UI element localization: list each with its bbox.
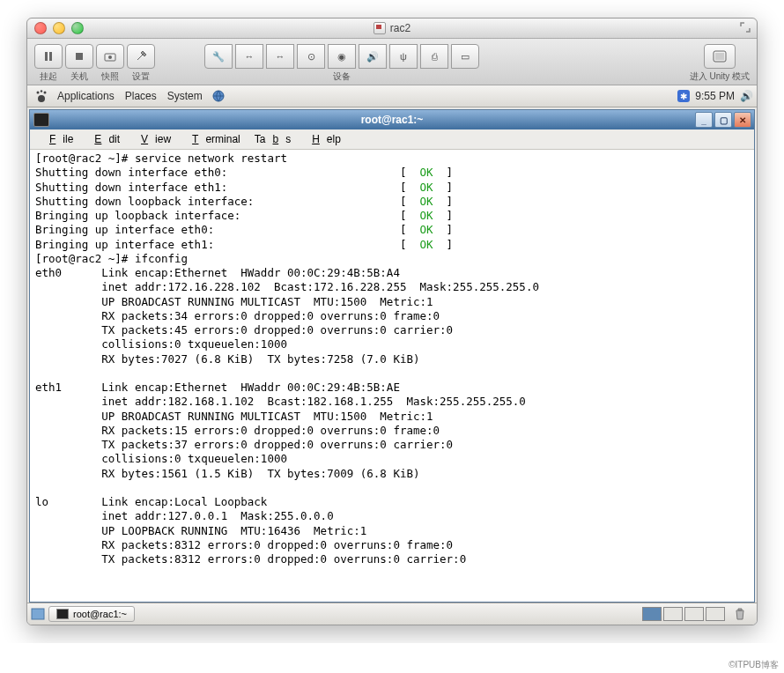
device-network1-button[interactable]: ↔ [235, 44, 263, 69]
svg-rect-12 [32, 609, 44, 619]
svg-point-4 [108, 55, 112, 59]
taskbar-label: root@rac1:~ [73, 609, 127, 619]
host-window: rac2 挂起 关机 快照 设置 🔧 ↔ ↔ ⊙ ◉ 🔊 ψ ⎙ ▭ 设备 [26, 18, 758, 625]
window-minimize-button[interactable]: _ [695, 112, 713, 128]
menu-applications[interactable]: Applications [52, 90, 120, 102]
gnome-top-panel[interactable]: Applications Places System ✱ 9:55 PM 🔊 [27, 85, 757, 107]
device-usb-button[interactable]: ψ [389, 44, 418, 69]
workspace-2[interactable] [663, 607, 683, 621]
svg-rect-0 [45, 52, 48, 61]
menu-file[interactable]: File [35, 131, 80, 147]
suspend-button[interactable] [34, 44, 63, 69]
menu-help[interactable]: Help [298, 131, 348, 147]
device-sound-button[interactable]: 🔊 [359, 44, 387, 69]
window-close-button[interactable]: ✕ [734, 112, 751, 128]
menu-tabs[interactable]: Tabs [248, 131, 298, 147]
device-printer-button[interactable]: ⎙ [420, 44, 448, 69]
gnome-bottom-panel[interactable]: root@rac1:~ [27, 603, 757, 625]
menu-terminal[interactable]: Terminal [178, 131, 248, 147]
terminal-task-icon [56, 609, 69, 619]
svg-point-8 [37, 92, 40, 94]
menu-edit[interactable]: Edit [80, 131, 127, 147]
taskbar-item[interactable]: root@rac1:~ [48, 606, 135, 622]
settings-button[interactable] [127, 44, 155, 69]
bluetooth-icon[interactable]: ✱ [677, 90, 690, 102]
host-toolbar: 挂起 关机 快照 设置 🔧 ↔ ↔ ⊙ ◉ 🔊 ψ ⎙ ▭ 设备 进入 Unit… [27, 39, 757, 85]
fullscreen-icon[interactable] [739, 21, 751, 33]
unity-button[interactable] [704, 44, 736, 69]
show-desktop-icon[interactable] [31, 608, 45, 620]
gnome-foot-icon[interactable] [34, 89, 48, 103]
workspace-switcher[interactable] [642, 607, 725, 621]
device-network2-button[interactable]: ↔ [266, 44, 294, 69]
trash-icon[interactable] [734, 607, 748, 621]
volume-icon[interactable]: 🔊 [740, 90, 753, 102]
device-cd-button[interactable]: ◉ [328, 44, 356, 69]
svg-rect-6 [715, 53, 724, 60]
host-title: rac2 [390, 22, 410, 34]
terminal-icon [33, 113, 49, 127]
terminal-title: root@rac1:~ [361, 114, 424, 126]
device-display-button[interactable]: ▭ [451, 44, 479, 69]
svg-point-7 [38, 95, 45, 102]
svg-rect-2 [76, 53, 83, 60]
workspace-3[interactable] [684, 607, 704, 621]
workspace-4[interactable] [706, 607, 725, 621]
workspace-1[interactable] [642, 607, 662, 621]
device-disk-button[interactable]: ⊙ [297, 44, 325, 69]
clock[interactable]: 9:55 PM [695, 90, 735, 102]
guest-screen: Applications Places System ✱ 9:55 PM 🔊 r… [27, 85, 757, 625]
snapshot-button[interactable] [96, 44, 124, 69]
terminal-titlebar[interactable]: root@rac1:~ _ ▢ ✕ [30, 110, 754, 129]
vm-icon [374, 22, 386, 34]
terminal-menubar[interactable]: File Edit View Terminal Tabs Help [30, 129, 754, 150]
svg-point-9 [41, 90, 42, 92]
browser-icon[interactable] [211, 89, 226, 103]
svg-rect-1 [49, 52, 52, 61]
poweroff-button[interactable] [65, 44, 93, 69]
menu-view[interactable]: View [127, 131, 178, 147]
device-tools-button[interactable]: 🔧 [204, 44, 233, 69]
host-titlebar[interactable]: rac2 [27, 18, 757, 39]
terminal-window: root@rac1:~ _ ▢ ✕ File Edit View Termina… [29, 109, 755, 603]
window-maximize-button[interactable]: ▢ [714, 112, 732, 128]
menu-places[interactable]: Places [120, 90, 162, 102]
svg-point-10 [44, 92, 47, 94]
menu-system[interactable]: System [162, 90, 208, 102]
terminal-content[interactable]: [root@rac2 ~]# service network restart S… [30, 150, 754, 602]
